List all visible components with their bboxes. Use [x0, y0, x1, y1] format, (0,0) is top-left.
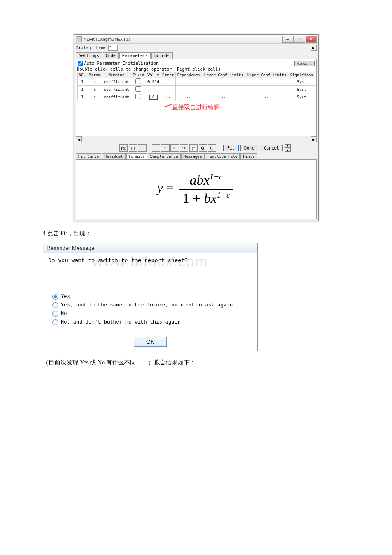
col-dependency: Dependency: [176, 72, 202, 78]
table-row[interactable]: 1 c coefficient 0 -- -- -- -- Syst: [77, 93, 315, 101]
dialog-theme-input[interactable]: *: [108, 45, 118, 51]
toolbar: r& ▢ ▢ ↓ ↑ ↶ ↷ χ² ⚙ ⚙ Fit Done Cancel ▼ …: [74, 142, 318, 153]
maximize-button[interactable]: □: [294, 36, 305, 43]
upper-tabs: Settings Code Parameters Bounds: [74, 52, 318, 59]
value-cell-editing: 0: [149, 95, 158, 100]
spinner-up-icon[interactable]: ▲: [285, 148, 291, 152]
caption-1: 4 点击 Fit，出现：: [43, 230, 349, 237]
formula-panel: y = abx1−c 1 + bx1−c: [76, 159, 317, 219]
col-value: Value: [146, 72, 161, 78]
cancel-button[interactable]: Cancel: [260, 145, 283, 151]
col-error: Error: [161, 72, 176, 78]
reminder-question: Do you want to switch to the report shee…: [48, 257, 252, 264]
tab-code[interactable]: Code: [103, 52, 119, 59]
radio-group: Yes Yes, and do the same in the future, …: [52, 294, 252, 325]
col-param: Param: [87, 72, 102, 78]
col-sig: Significan: [288, 72, 315, 78]
col-lcl: Lower Conf Limits: [202, 72, 245, 78]
fixed-checkbox[interactable]: [135, 86, 141, 92]
horizontal-scrollbar[interactable]: ◀ ▶: [76, 136, 317, 142]
chi-icon[interactable]: χ²: [189, 144, 198, 152]
tab-formula[interactable]: Formula: [126, 153, 147, 159]
spinner-down-icon[interactable]: ▼: [285, 144, 291, 148]
col-no: NO.: [77, 72, 87, 78]
tab-parameters[interactable]: Parameters: [119, 52, 151, 59]
formula-display: y = abx1−c 1 + bx1−c: [157, 171, 235, 207]
ok-button[interactable]: OK: [134, 337, 167, 347]
close-button[interactable]: ✕: [306, 36, 317, 43]
fixed-checkbox[interactable]: [135, 78, 141, 84]
col-meaning: Meaning: [102, 72, 131, 78]
redo-icon[interactable]: ↷: [180, 144, 188, 152]
hint-text: Double click cells to change operator. R…: [77, 66, 315, 72]
reminder-dialog: Reminder Message www.bdocx.com Do you wa…: [43, 243, 258, 351]
tool-icon[interactable]: ▢: [138, 144, 147, 152]
scroll-right-icon[interactable]: ▶: [311, 136, 317, 142]
tab-messages[interactable]: Messages: [181, 153, 205, 159]
tab-bounds[interactable]: Bounds: [151, 52, 173, 59]
done-button[interactable]: Done: [240, 145, 258, 151]
col-fixed: Fixed: [131, 72, 146, 78]
tool-icon[interactable]: ⚙: [208, 144, 216, 152]
col-ucl: Upper Conf Limits: [245, 72, 288, 78]
lower-tabs: Fit Curve Residual Formula Sample Curve …: [76, 153, 317, 159]
fit-button[interactable]: Fit: [223, 145, 239, 151]
radio-icon[interactable]: [52, 294, 58, 300]
radio-no[interactable]: No: [52, 311, 252, 317]
radio-yes[interactable]: Yes: [52, 294, 252, 300]
undo-icon[interactable]: ↶: [170, 144, 179, 152]
spinner: ▼ ▲: [285, 144, 291, 152]
fixed-checkbox[interactable]: [135, 94, 141, 99]
nlfit-dialog: NLFit (LangmuirEXT1) ─ □ ✕ Dialog Theme …: [74, 34, 319, 221]
minimize-button[interactable]: ─: [282, 36, 294, 43]
tool-icon[interactable]: ▢: [129, 144, 137, 152]
tab-sample-curve[interactable]: Sample Curve: [148, 153, 181, 159]
tab-residual[interactable]: Residual: [102, 153, 125, 159]
auto-init-checkbox[interactable]: [78, 61, 83, 66]
dialog-theme-row: Dialog Theme * ▶: [74, 44, 318, 52]
table-row[interactable]: 1 a coefficient 0.654 -- -- -- -- Syst: [77, 78, 315, 86]
parameters-panel: Auto Parameter Initialization Hide... Do…: [76, 59, 317, 136]
window-title: NLFit (LangmuirEXT1): [84, 37, 282, 42]
annotation-area: 直接双击进行编辑: [77, 101, 315, 135]
tool-icon[interactable]: ↑: [161, 144, 170, 152]
tab-settings[interactable]: Settings: [76, 52, 102, 59]
hide-button[interactable]: Hide...: [294, 61, 315, 66]
tool-icon[interactable]: ⚙: [199, 144, 207, 152]
red-annotation: 直接双击进行编辑: [172, 104, 220, 111]
radio-icon[interactable]: [52, 319, 58, 325]
tab-fit-curve[interactable]: Fit Curve: [76, 153, 102, 159]
radio-yes-future[interactable]: Yes, and do the same in the future, no n…: [52, 302, 252, 308]
titlebar: NLFit (LangmuirEXT1) ─ □ ✕: [74, 35, 318, 44]
caption-2: （目前没发现 Yes 或 No 有什么不同……）拟合结果如下：: [43, 359, 349, 367]
expand-arrow-icon[interactable]: ▶: [311, 45, 317, 51]
tab-function-file[interactable]: Function File: [205, 153, 240, 159]
scroll-left-icon[interactable]: ◀: [76, 136, 82, 142]
parameters-table: NO. Param Meaning Fixed Value Error Depe…: [77, 72, 315, 101]
radio-icon[interactable]: [52, 302, 58, 308]
dialog-theme-label: Dialog Theme: [76, 46, 107, 50]
tool-icon[interactable]: r&: [119, 144, 128, 152]
radio-icon[interactable]: [52, 311, 58, 317]
reminder-title: Reminder Message: [43, 243, 257, 253]
table-row[interactable]: 1 b coefficient -- -- -- -- -- Syst: [77, 86, 315, 93]
tool-icon[interactable]: ↓: [152, 144, 160, 152]
auto-init-label: Auto Parameter Initialization: [84, 61, 159, 66]
app-icon: [76, 36, 82, 42]
tab-hints[interactable]: Hints: [240, 153, 257, 159]
radio-no-future[interactable]: No, and don't bother me with this again.: [52, 319, 252, 325]
